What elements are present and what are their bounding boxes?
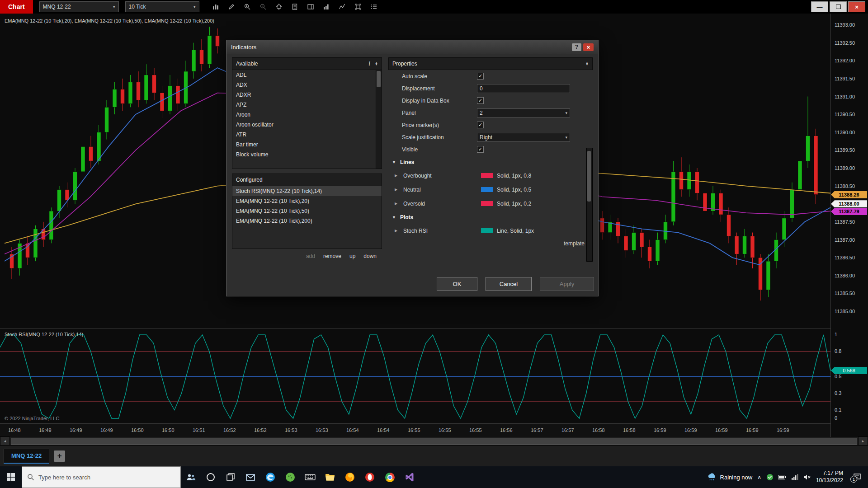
volume-icon[interactable] (320, 1, 333, 12)
available-indicator-item[interactable]: ADX (232, 80, 382, 90)
taskbar-app-opera[interactable] (360, 466, 380, 488)
close-button[interactable]: × (848, 1, 865, 12)
price-marker-s-checkbox[interactable]: ✓ (477, 122, 484, 128)
drawing-tools-icon[interactable] (225, 1, 238, 12)
scroll-right-button[interactable]: ► (858, 436, 868, 446)
scrollbar-thumb[interactable] (11, 438, 857, 445)
scroll-left-button[interactable]: ◄ (0, 436, 10, 446)
template-link[interactable]: template (564, 240, 585, 247)
chart-trader-icon[interactable] (304, 1, 317, 12)
group-plots[interactable]: ▼Plots (388, 211, 593, 224)
available-indicator-item[interactable]: ADXR (232, 90, 382, 100)
available-scroll-spinner[interactable]: ▲ ▼ (375, 62, 378, 66)
available-indicator-item[interactable]: Bar timer (232, 140, 382, 150)
shield-check-icon[interactable] (766, 474, 774, 481)
taskbar-app-mail[interactable] (241, 466, 260, 488)
available-indicator-item[interactable]: ADL (232, 70, 382, 80)
dialog-titlebar[interactable]: Indicators ? × (226, 40, 598, 54)
start-button[interactable] (0, 466, 22, 488)
panel-select[interactable]: 2▾ (477, 108, 570, 117)
taskbar-app-edge[interactable] (260, 466, 280, 488)
available-indicator-item[interactable]: ATR (232, 130, 382, 140)
available-scrollbar[interactable] (376, 70, 382, 169)
zoom-out-icon[interactable] (257, 1, 270, 12)
up-link[interactable]: up (349, 253, 355, 259)
info-icon[interactable]: i (368, 60, 370, 67)
properties-scroll-spinner[interactable]: ▲ ▼ (585, 62, 589, 66)
restore-button[interactable] (830, 1, 847, 12)
neutral-color-swatch[interactable] (481, 187, 493, 192)
crosshair-icon[interactable] (273, 1, 286, 12)
scrollbar-thumb[interactable] (587, 151, 591, 202)
expander-collapsed-icon[interactable]: ▶ (388, 229, 400, 233)
display-in-data-box-checkbox[interactable]: ✓ (477, 97, 484, 104)
stoch-rsi-style-value[interactable]: Line, Solid, 1px (497, 228, 534, 234)
taskbar-app-file-explorer[interactable] (320, 466, 340, 488)
available-indicator-item[interactable]: Aroon (232, 110, 382, 120)
overbought-color-swatch[interactable] (481, 173, 493, 178)
ok-button[interactable]: OK (437, 277, 477, 291)
taskbar-app-task-view[interactable] (221, 466, 241, 488)
properties-scrollbar[interactable] (586, 148, 593, 262)
group-lines[interactable]: ▼Lines (388, 155, 593, 169)
configured-indicator-item[interactable]: EMA(MNQ 12-22 (10 Tick),20) (232, 196, 382, 206)
overbought-style-value[interactable]: Solid, 1px, 0.8 (497, 173, 531, 179)
available-indicator-item[interactable]: Block volume (232, 150, 382, 160)
cancel-button[interactable]: Cancel (486, 277, 532, 291)
dialog-close-button[interactable]: × (583, 43, 594, 51)
weather-widget[interactable]: Raining now (707, 472, 753, 482)
add-tab-button[interactable]: + (54, 450, 65, 462)
taskbar-app-cookie[interactable] (280, 466, 300, 488)
instrument-dropdown[interactable]: MNQ 12-22 ▾ (39, 1, 119, 12)
price-axis[interactable]: 11393.0011392.5011392.0011391.5011391.00… (830, 14, 868, 437)
available-indicator-item[interactable]: Aroon oscillator (232, 120, 382, 130)
battery-icon[interactable] (778, 474, 787, 480)
time-axis[interactable]: 16:4816:4916:4916:4916:5016:5016:5116:52… (0, 423, 830, 437)
neutral-style-value[interactable]: Solid, 1px, 0.5 (497, 187, 531, 193)
stoch-rsi-color-swatch[interactable] (481, 228, 493, 233)
stoch-rsi-panel[interactable]: Stoch RSI(MNQ 12-22 (10 Tick),14) © 2022… (0, 328, 830, 424)
properties-icon[interactable] (368, 1, 381, 12)
taskbar-app-chrome[interactable] (380, 466, 400, 488)
scale-justification-select[interactable]: Right▾ (477, 133, 570, 142)
action-center-button[interactable]: 1 (848, 473, 866, 482)
taskbar-app-visual-studio[interactable] (400, 466, 420, 488)
scrollbar-thumb[interactable] (377, 71, 381, 87)
volume-muted-icon[interactable] (803, 474, 811, 481)
interval-dropdown[interactable]: 10 Tick ▾ (125, 1, 199, 12)
zoom-in-icon[interactable] (241, 1, 254, 12)
expander-collapsed-icon[interactable]: ▶ (388, 188, 400, 192)
configured-indicator-item[interactable]: EMA(MNQ 12-22 (10 Tick),200) (232, 216, 382, 226)
oversold-style-value[interactable]: Solid, 1px, 0.2 (497, 201, 531, 207)
snapshot-icon[interactable] (352, 1, 365, 12)
taskbar-app-people[interactable] (181, 466, 201, 488)
taskbar-app-firefox[interactable] (340, 466, 360, 488)
expander-collapsed-icon[interactable]: ▶ (388, 202, 400, 206)
taskbar-clock[interactable]: 7:17 PM 10/13/2022 (816, 470, 843, 484)
dialog-help-button[interactable]: ? (572, 43, 581, 51)
data-series-icon[interactable] (288, 1, 302, 12)
configured-list[interactable]: Stoch RSI(MNQ 12-22 (10 Tick),14)EMA(MNQ… (232, 186, 382, 249)
minimize-button[interactable]: — (811, 1, 828, 12)
taskbar-app-cortana[interactable] (201, 466, 221, 488)
chart-style-icon[interactable] (209, 1, 222, 12)
tray-expand-chevron[interactable]: ∧ (757, 474, 761, 480)
expander-collapsed-icon[interactable]: ▶ (388, 174, 400, 178)
visible-checkbox[interactable]: ✓ (477, 146, 484, 153)
tab-mnq-12-22[interactable]: MNQ 12-22 (4, 449, 49, 464)
add-link[interactable]: add (306, 253, 315, 259)
stoch-canvas[interactable] (0, 329, 830, 424)
taskbar-search[interactable]: Type here to search (22, 466, 181, 488)
taskbar-app-keyboard[interactable] (300, 466, 320, 488)
available-indicator-item[interactable]: APZ (232, 100, 382, 110)
remove-link[interactable]: remove (323, 253, 341, 259)
displacement-input[interactable]: 0 (477, 84, 570, 93)
configured-indicator-item[interactable]: Stoch RSI(MNQ 12-22 (10 Tick),14) (232, 186, 382, 196)
apply-button[interactable]: Apply (540, 277, 594, 291)
configured-indicator-item[interactable]: EMA(MNQ 12-22 (10 Tick),50) (232, 206, 382, 216)
oversold-color-swatch[interactable] (481, 201, 493, 206)
auto-scale-checkbox[interactable]: ✓ (477, 73, 484, 80)
indicator-icon[interactable] (336, 1, 349, 12)
down-link[interactable]: down (363, 253, 377, 259)
network-icon[interactable] (791, 474, 798, 480)
